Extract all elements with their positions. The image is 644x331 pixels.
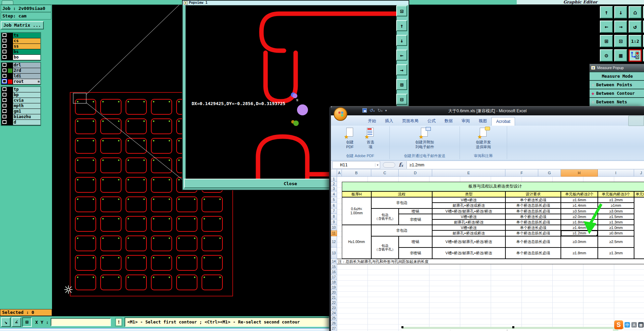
layer-color-swatch[interactable] (8, 44, 12, 49)
layer-checkbox[interactable] (2, 68, 7, 72)
sheet-cell[interactable]: 非包边 (371, 225, 432, 236)
row-header-13[interactable]: 13 (331, 247, 337, 259)
row-header-24[interactable]: 24 (331, 310, 337, 316)
row-header-21[interactable]: 21 (331, 295, 337, 300)
column-header-F[interactable]: F (505, 169, 538, 177)
layer-checkbox[interactable] (2, 63, 7, 67)
sheet-cell[interactable]: 非包边 (371, 197, 432, 208)
sheet-cell[interactable]: ≥3.5mm (561, 208, 598, 214)
tab-页面布局[interactable]: 页面布局 (398, 116, 423, 126)
sheet-cell[interactable]: 类型 (432, 191, 505, 197)
sheet-cell[interactable]: 包边 （含铣半孔） (371, 236, 399, 259)
undo-view-button[interactable]: ↺ (629, 21, 642, 33)
sheet-cell[interactable]: ≥2.5mm (598, 236, 634, 247)
layer-checkbox[interactable] (2, 33, 7, 37)
sheet-cell[interactable]: 单元板 (634, 191, 644, 197)
sheet-cell[interactable]: 包边 （含铣半孔） (371, 208, 399, 225)
sheet-cell[interactable]: H≥1.00mm (342, 225, 371, 259)
sheet-cell[interactable]: ≥3.0mm (598, 208, 634, 214)
layer-checkbox[interactable] (2, 39, 7, 42)
layer-color-swatch[interactable] (8, 33, 12, 38)
sheet-cell[interactable]: ≥0.8mm (598, 230, 634, 236)
row-header-11[interactable]: 11 (331, 230, 337, 236)
layer-color-swatch[interactable] (8, 74, 12, 78)
layer-checkbox[interactable] (2, 104, 7, 107)
insert-function-icon[interactable]: fx (399, 162, 403, 168)
sheet-cell[interactable]: ≥1.4mm (561, 225, 598, 230)
layer-row-ldi[interactable]: ldi (1, 74, 40, 79)
layer-row-2rd[interactable]: 2rd (1, 68, 40, 73)
selected-cell-H11[interactable]: ≥1.2mm (561, 230, 598, 236)
tab-数据[interactable]: 数据 (440, 116, 457, 126)
formula-field[interactable]: ≥1.2mm (407, 161, 644, 169)
app-top-tab[interactable] (2, 0, 13, 4)
sheet-cell[interactable]: 单个桥连长必须 (505, 225, 561, 230)
sheet-cell[interactable]: ≥1.2mm (598, 197, 634, 203)
name-box-dropdown-icon[interactable]: ▾ (375, 163, 380, 167)
layer-row-d[interactable]: d (1, 120, 40, 125)
embedded-picture[interactable]: 插图 单元板为 170mm*120mm (402, 327, 624, 331)
sheet-cell[interactable]: ≥1.5mm (598, 214, 634, 219)
sheet-cell[interactable]: ≥1.0mm (598, 225, 634, 230)
measure-option-between-points[interactable]: ◇Between Points (590, 80, 644, 89)
sheet-cell[interactable]: 单元板内桥连2个 (561, 191, 598, 197)
tab-审阅[interactable]: 审阅 (457, 116, 474, 126)
layer-row-rout[interactable]: rout⊞ (1, 79, 40, 84)
column-header-B[interactable]: B (342, 169, 371, 177)
row-header-6[interactable]: 6 (331, 203, 337, 208)
sheet-cell[interactable]: 单个桥连总筋长必须 (505, 236, 561, 247)
pan-up-icon[interactable]: ↑ (396, 20, 407, 31)
layer-checkbox[interactable] (2, 115, 7, 118)
sheet-cell[interactable]: ≥1.8mm (561, 247, 598, 259)
popview-titlebar[interactable]: Popview 1 (183, 1, 409, 5)
layer-color-swatch[interactable] (8, 109, 12, 114)
save-icon[interactable] (362, 108, 367, 113)
sheet-cell[interactable]: ≥1.6mm (561, 197, 598, 203)
sheet-cell[interactable]: ≥1.3mm (598, 247, 634, 259)
zoom-out-icon[interactable]: ⊟ (396, 94, 407, 105)
layer-color-swatch[interactable] (8, 120, 12, 125)
layer-row-gm1[interactable]: gm1 (1, 109, 40, 114)
sheet-cell[interactable]: 0.6≤H< 1.00mm (342, 197, 371, 225)
pan-down-icon[interactable]: ↓ (396, 35, 407, 46)
create-attach-email-button[interactable]: ★创建并附加 到电子邮件 (413, 128, 436, 150)
excel-titlebar[interactable]: 大于0.6mm.xls [兼容模式] - Microsoft Excel ↺▾ … (331, 106, 644, 115)
row-header-7[interactable]: 7 (331, 208, 337, 214)
row-header-9[interactable]: 9 (331, 219, 337, 225)
sheet-cell[interactable]: 喷锡 (399, 208, 432, 214)
tray-icon-en[interactable]: A (631, 322, 637, 328)
sheet-cell[interactable]: 板厚与流程以及桥连类型设计 (342, 182, 644, 191)
layer-checkbox[interactable] (2, 109, 7, 113)
layer-row-drl[interactable]: drl (1, 63, 40, 68)
row-header-22[interactable]: 22 (331, 300, 337, 305)
row-header-4[interactable]: 4 (331, 191, 337, 197)
measure-option-between-nets[interactable]: ◇Between Nets (590, 97, 644, 106)
layer-color-swatch[interactable] (8, 104, 12, 108)
paste-down-button[interactable]: ↓ (614, 6, 627, 18)
draw-tools-button[interactable]: ⚙ (600, 49, 613, 62)
row-header-14[interactable]: 14 (331, 259, 337, 264)
paste-up-button[interactable]: ↑ (600, 6, 613, 18)
row-header-15[interactable]: 15 (331, 264, 337, 269)
sheet-cell[interactable]: 单个桥连长必须 (505, 197, 561, 203)
layer-row-bs[interactable]: bs (1, 49, 40, 54)
tab-视图[interactable]: 视图 (474, 116, 491, 126)
layer-color-swatch[interactable] (8, 68, 12, 73)
sheet-cell[interactable]: V槽+桥连 (432, 197, 505, 203)
selection-handle[interactable] (512, 326, 514, 328)
select-all-corner[interactable] (331, 169, 337, 177)
alert-button[interactable]: ! (115, 318, 123, 327)
tray-icon-cn[interactable]: 中 (624, 322, 630, 328)
sheet-cell[interactable]: 流程 (371, 191, 432, 197)
column-header-E[interactable]: E (432, 169, 505, 177)
row-header-19[interactable]: 19 (331, 285, 337, 290)
sheet-cell[interactable]: 喷锡 (399, 236, 432, 247)
row-header-20[interactable]: 20 (331, 290, 337, 295)
column-header-A[interactable]: A (337, 169, 342, 177)
name-box[interactable]: H11 ▾ (332, 161, 380, 169)
sheet-cell[interactable]: 邮票孔+桥连或桥连 (432, 203, 505, 208)
row-header-23[interactable]: 23 (331, 305, 337, 310)
sheet-cell[interactable]: 单个桥连总筋长必须 (505, 219, 561, 225)
tab-公式[interactable]: 公式 (423, 116, 440, 126)
sheet-cell[interactable]: ≥1mm (598, 203, 634, 208)
